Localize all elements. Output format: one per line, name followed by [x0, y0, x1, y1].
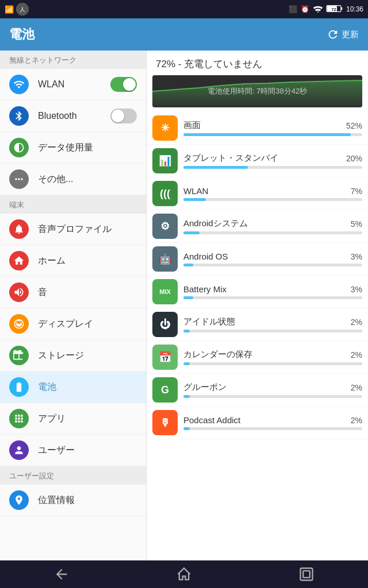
app-icon: 🤖: [152, 246, 178, 272]
battery-list-item[interactable]: ☀画面52%: [147, 112, 368, 145]
display-label: ディスプレイ: [38, 318, 137, 330]
battery-item-pct: 7%: [351, 187, 362, 196]
battery-item-pct: 3%: [351, 252, 362, 261]
content-panel: 72% - 充電していません 電池使用時間: 7時間38分42秒 ☀画面52%📊…: [147, 51, 368, 560]
battery-list-item[interactable]: ⚙Androidシステム5%: [147, 210, 368, 243]
home-button[interactable]: [167, 564, 201, 585]
battery-bar-fill: [183, 427, 190, 430]
users-label: ユーザー: [38, 444, 137, 457]
battery-list-item[interactable]: 🎙Podcast Addict2%: [147, 407, 368, 439]
location-icon: [9, 490, 29, 510]
battery-bar-bg: [183, 133, 362, 136]
sidebar-item-data-usage[interactable]: データ使用量: [0, 132, 146, 164]
battery-item-pct: 2%: [351, 318, 362, 327]
recording-icon: ⬛: [289, 5, 297, 13]
battery-item-info: Android OS3%: [183, 252, 362, 266]
battery-item-info: Androidシステム5%: [183, 218, 362, 234]
alarm-icon: ⏰: [301, 5, 309, 13]
battery-label: 電池: [38, 381, 137, 393]
battery-list-item[interactable]: Gグルーポン2%: [147, 374, 368, 407]
svg-rect-7: [301, 568, 313, 581]
battery-status: 72: [327, 5, 343, 14]
battery-list-item[interactable]: (((WLAN7%: [147, 177, 368, 210]
sidebar-item-storage[interactable]: ストレージ: [0, 340, 146, 372]
svg-text:72: 72: [332, 7, 336, 11]
sidebar-item-wlan[interactable]: WLAN: [0, 69, 146, 100]
home-label: ホーム: [38, 255, 137, 267]
battery-bar-bg: [183, 362, 362, 365]
sound-profile-icon: [9, 219, 29, 239]
status-bar: 📶 人 ⬛ ⏰ 72 10:36: [0, 0, 368, 18]
refresh-label[interactable]: 更新: [342, 29, 359, 40]
sidebar-item-sound-profile[interactable]: 音声プロファイル: [0, 214, 146, 245]
sidebar-item-battery[interactable]: 電池: [0, 372, 146, 403]
recent-apps-button[interactable]: [289, 564, 324, 585]
app-icon: MIX: [152, 279, 178, 304]
battery-bar-bg: [183, 231, 362, 234]
signal-icon: 📶: [5, 5, 14, 14]
battery-bar-bg: [183, 296, 362, 299]
back-button[interactable]: [44, 564, 79, 585]
app-icon: 📊: [152, 148, 178, 173]
battery-list-item[interactable]: 📊タブレット・スタンバイ20%: [147, 145, 368, 177]
battery-item-name: タブレット・スタンバイ: [183, 153, 278, 164]
avatar-icon: 人: [16, 3, 29, 16]
battery-item-name: 画面: [183, 120, 201, 131]
sidebar-item-display[interactable]: ディスプレイ: [0, 308, 146, 340]
top-bar: 電池 更新: [0, 18, 368, 51]
top-bar-actions[interactable]: 更新: [327, 28, 359, 41]
battery-list-item[interactable]: 🤖Android OS3%: [147, 243, 368, 276]
time-display: 10:36: [346, 5, 363, 13]
home-icon: [9, 251, 29, 270]
battery-item-pct: 2%: [351, 416, 362, 425]
battery-item-name: Podcast Addict: [183, 415, 240, 425]
battery-item-name: Android OS: [183, 252, 228, 261]
storage-icon: [9, 346, 29, 365]
app-icon: 🎙: [152, 410, 178, 435]
sidebar-item-other[interactable]: その他...: [0, 164, 146, 195]
other-icon: [9, 169, 29, 189]
battery-item-info: Battery Mix3%: [183, 284, 362, 299]
refresh-icon[interactable]: [327, 28, 339, 41]
battery-item-pct: 20%: [346, 154, 362, 163]
battery-item-pct: 2%: [351, 383, 362, 392]
sidebar-item-home[interactable]: ホーム: [0, 245, 146, 277]
wlan-label: WLAN: [38, 79, 101, 90]
bluetooth-icon: [9, 106, 29, 126]
battery-item-name: Androidシステム: [183, 218, 248, 229]
battery-list-item[interactable]: 📅カレンダーの保存2%: [147, 341, 368, 374]
sidebar-item-location[interactable]: 位置情報: [0, 485, 146, 516]
battery-bar-fill: [183, 264, 193, 266]
bluetooth-label: Bluetooth: [38, 111, 101, 121]
app-icon: 📅: [152, 345, 178, 370]
battery-list-item[interactable]: MIXBattery Mix3%: [147, 276, 368, 308]
page-title: 電池: [9, 26, 34, 43]
battery-item-info: 画面52%: [183, 120, 362, 136]
sidebar-item-users[interactable]: ユーザー: [0, 435, 146, 466]
users-icon: [9, 440, 29, 460]
battery-item-info: Podcast Addict2%: [183, 415, 362, 430]
sidebar: 無線とネットワーク WLAN Bluetooth: [0, 51, 147, 560]
main-layout: 無線とネットワーク WLAN Bluetooth: [0, 51, 368, 560]
status-bar-right: ⬛ ⏰ 72 10:36: [289, 5, 363, 14]
battery-bar-bg: [183, 395, 362, 398]
app-icon: ⏻: [152, 312, 178, 337]
apps-label: アプリ: [38, 413, 137, 425]
bluetooth-toggle[interactable]: [110, 109, 137, 123]
battery-bar-fill: [183, 166, 248, 169]
battery-bar-fill: [183, 395, 190, 398]
battery-list-item[interactable]: ⏻アイドル状態2%: [147, 308, 368, 341]
battery-item-info: タブレット・スタンバイ20%: [183, 153, 362, 169]
sidebar-item-sound[interactable]: 音: [0, 277, 146, 308]
nav-bar: [0, 560, 368, 588]
battery-item-name: グルーポン: [183, 382, 227, 393]
sidebar-item-apps[interactable]: アプリ: [0, 403, 146, 435]
battery-item-name: WLAN: [183, 186, 208, 196]
app-icon: ⚙: [152, 214, 178, 239]
battery-item-info: カレンダーの保存2%: [183, 349, 362, 365]
svg-text:人: 人: [20, 6, 25, 13]
battery-bar-bg: [183, 330, 362, 332]
sidebar-item-bluetooth[interactable]: Bluetooth: [0, 100, 146, 132]
wlan-toggle[interactable]: [110, 77, 137, 92]
battery-item-pct: 2%: [351, 350, 362, 359]
